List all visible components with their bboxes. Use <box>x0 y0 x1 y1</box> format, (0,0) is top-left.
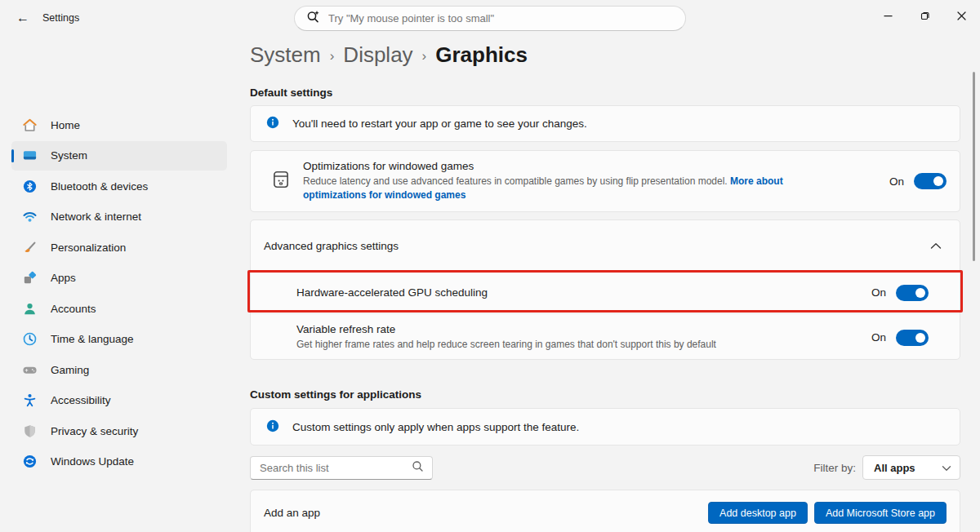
variable-refresh-rate-toggle[interactable] <box>896 330 929 346</box>
filter-dropdown[interactable]: All apps <box>862 455 960 480</box>
add-microsoft-store-app-button[interactable]: Add Microsoft Store app <box>814 502 947 524</box>
breadcrumb-display[interactable]: Display <box>343 42 412 68</box>
sidebar-item-bluetooth-devices[interactable]: Bluetooth & devices <box>11 171 227 201</box>
sidebar-item-personalization[interactable]: Personalization <box>11 233 227 262</box>
variable-refresh-rate-row: Variable refresh rate Get higher frame r… <box>251 314 960 360</box>
filter-dropdown-value: All apps <box>874 462 942 474</box>
chevron-down-icon <box>942 460 951 475</box>
windowed-game-icon <box>270 169 292 193</box>
custom-settings-heading: Custom settings for applications <box>250 388 421 401</box>
advanced-graphics-settings-title: Advanced graphics settings <box>264 240 399 252</box>
gpu-scheduling-row: Hardware-accelerated GPU scheduling On <box>251 272 960 313</box>
optimizations-toggle-label: On <box>889 175 904 188</box>
sidebar-item-label: Accounts <box>51 303 96 315</box>
sidebar-item-apps[interactable]: Apps <box>11 264 227 293</box>
sidebar-nav: Home System Bluetooth & devices Network … <box>0 110 238 477</box>
sidebar-item-system[interactable]: System <box>11 141 227 171</box>
optimizations-description: Reduce latency and use advanced features… <box>303 175 842 202</box>
variable-refresh-rate-title: Variable refresh rate <box>296 323 847 335</box>
search-icon <box>412 460 424 476</box>
search-sparkle-icon <box>306 10 320 27</box>
custom-settings-notice-text: Custom settings only apply when apps sup… <box>292 421 579 433</box>
sidebar-item-gaming[interactable]: Gaming <box>11 355 227 384</box>
breadcrumb-system[interactable]: System <box>250 42 321 68</box>
advanced-graphics-settings-header[interactable]: Advanced graphics settings <box>251 220 960 271</box>
app-title: Settings <box>42 12 79 24</box>
add-desktop-app-button[interactable]: Add desktop app <box>708 502 808 524</box>
optimizations-toggle[interactable] <box>914 173 947 189</box>
advanced-graphics-settings-card: Advanced graphics settings Hardware-acce… <box>250 219 960 360</box>
sidebar-item-accessibility[interactable]: Accessibility <box>11 386 227 415</box>
sidebar-item-label: Privacy & security <box>51 425 138 437</box>
home-icon <box>21 117 38 133</box>
filter-by-label: Filter by: <box>781 462 856 474</box>
sidebar-item-label: Network & internet <box>51 211 141 223</box>
breadcrumb-separator: › <box>321 47 344 64</box>
breadcrumb: System › Display › Graphics <box>250 42 528 68</box>
personalization-icon <box>21 239 38 255</box>
shield-icon <box>21 423 38 439</box>
close-icon <box>957 11 966 20</box>
sidebar-item-time-language[interactable]: Time & language <box>11 325 227 354</box>
optimizations-windowed-games-card: Optimizations for windowed games Reduce … <box>250 150 960 212</box>
restart-notice-banner: You'll need to restart your app or game … <box>250 105 960 142</box>
sidebar-item-label: Windows Update <box>51 455 134 468</box>
global-search-input[interactable] <box>328 12 674 24</box>
apps-icon <box>21 270 38 286</box>
gpu-scheduling-toggle-label: On <box>871 286 886 299</box>
minimize-icon <box>884 11 893 20</box>
sidebar-item-label: Home <box>51 119 80 131</box>
custom-settings-notice-banner: Custom settings only apply when apps sup… <box>250 408 960 446</box>
page-title: Graphics <box>435 42 528 68</box>
back-arrow-icon: ← <box>16 11 29 25</box>
add-an-app-card: Add an app Add desktop app Add Microsoft… <box>250 490 960 532</box>
network-icon <box>21 209 38 225</box>
restore-button[interactable] <box>906 0 943 31</box>
back-button[interactable]: ← <box>10 7 36 29</box>
add-an-app-label: Add an app <box>264 507 320 519</box>
list-search-box[interactable] <box>250 456 433 480</box>
default-settings-heading: Default settings <box>250 86 332 99</box>
close-button[interactable] <box>943 0 980 31</box>
sidebar-item-network-internet[interactable]: Network & internet <box>11 202 227 232</box>
restart-notice-text: You'll need to restart your app or game … <box>292 117 587 130</box>
system-icon <box>21 148 38 164</box>
window-controls <box>870 0 980 31</box>
accessibility-icon <box>21 392 38 409</box>
sidebar-item-label: Time & language <box>51 333 134 345</box>
sidebar-item-label: Gaming <box>51 364 89 376</box>
restore-icon <box>920 11 930 20</box>
variable-refresh-rate-description: Get higher frame rates and help reduce s… <box>296 338 847 352</box>
minimize-button[interactable] <box>870 0 906 31</box>
bluetooth-icon <box>21 178 38 194</box>
sidebar-item-privacy-security[interactable]: Privacy & security <box>11 416 227 446</box>
sidebar-item-windows-update[interactable]: Windows Update <box>11 447 227 477</box>
vertical-scrollbar-thumb[interactable] <box>973 72 975 261</box>
gpu-scheduling-title: Hardware-accelerated GPU scheduling <box>296 286 488 299</box>
time-language-icon <box>21 331 38 348</box>
info-icon <box>266 116 279 131</box>
windows-update-icon <box>21 454 38 470</box>
list-search-input[interactable] <box>260 462 412 474</box>
gpu-scheduling-toggle[interactable] <box>896 285 929 301</box>
chevron-up-icon[interactable] <box>930 238 942 253</box>
gaming-icon <box>21 361 38 378</box>
global-search-box[interactable] <box>294 6 686 31</box>
sidebar-item-accounts[interactable]: Accounts <box>11 294 227 323</box>
sidebar-item-home[interactable]: Home <box>11 110 227 140</box>
sidebar-item-label: Apps <box>51 272 76 284</box>
optimizations-title: Optimizations for windowed games <box>303 160 845 172</box>
sidebar-item-label: System <box>51 149 87 162</box>
sidebar-item-label: Bluetooth & devices <box>51 180 148 193</box>
variable-refresh-rate-toggle-label: On <box>871 331 886 344</box>
accounts-icon <box>21 300 38 317</box>
settings-window: ← Settings Home System <box>0 0 980 532</box>
sidebar-item-label: Accessibility <box>51 394 111 406</box>
sidebar-item-label: Personalization <box>51 242 126 254</box>
info-icon <box>266 419 279 435</box>
breadcrumb-separator: › <box>413 47 436 64</box>
